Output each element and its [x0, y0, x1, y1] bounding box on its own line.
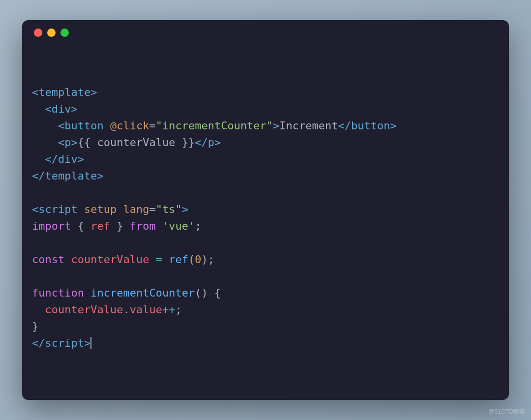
fn-incrementcounter: incrementCounter: [90, 287, 195, 299]
attr-setup: setup: [84, 203, 117, 215]
code-editor[interactable]: <template> <div> <button @click="increme…: [22, 45, 509, 400]
prop-value: value: [130, 303, 162, 316]
tag-p-close: </p>: [195, 136, 221, 149]
kw-import: import: [32, 220, 71, 232]
kw-const: const: [32, 253, 64, 266]
tag-p-open: <p>: [58, 136, 78, 149]
tag-button-close: </button>: [338, 120, 397, 132]
tag-template-close: </template>: [32, 170, 104, 182]
attr-click: @click: [110, 120, 149, 132]
watermark: @51CTO博客: [488, 408, 525, 416]
interp-var: counterValue: [97, 136, 175, 149]
kw-function: function: [32, 287, 84, 299]
tag-template-open: <template>: [32, 86, 97, 98]
cursor-icon: [90, 337, 91, 349]
tag-div-close: </div>: [45, 153, 84, 165]
close-icon[interactable]: [34, 29, 42, 37]
code-window: <template> <div> <button @click="increme…: [22, 20, 509, 400]
str-vue: vue: [169, 220, 188, 232]
import-ref: ref: [90, 220, 110, 232]
minimize-icon[interactable]: [47, 29, 56, 37]
tag-script-open: <script: [32, 203, 78, 215]
tag-script-close: </: [32, 337, 45, 349]
tag-div-open: <div>: [45, 103, 78, 115]
kw-from: from: [130, 220, 156, 232]
button-text: Increment: [279, 120, 338, 132]
maximize-icon[interactable]: [60, 29, 69, 37]
tag-button-open: <button: [58, 120, 104, 132]
window-titlebar: [22, 20, 509, 45]
num-zero: 0: [195, 253, 201, 266]
attr-lang: lang: [123, 203, 149, 215]
code-content: <template> <div> <button @click="increme…: [32, 84, 499, 352]
fn-ref: ref: [169, 253, 188, 266]
var-countervalue-2: counterValue: [45, 303, 123, 316]
var-countervalue: counterValue: [71, 253, 149, 266]
